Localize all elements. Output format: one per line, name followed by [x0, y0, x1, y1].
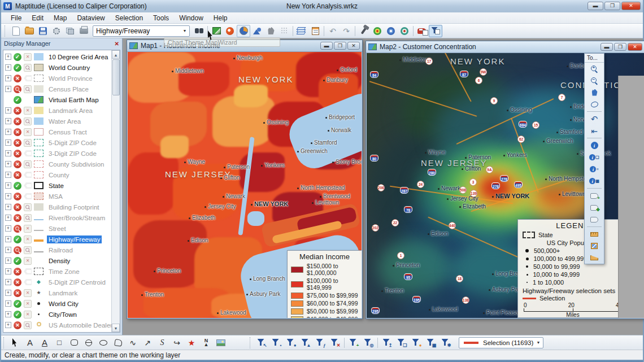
layer-row-3-digit-zip-code[interactable]: +3-Digit ZIP Code	[3, 148, 111, 159]
chevron-down-icon[interactable]: ▼	[534, 338, 543, 348]
layer-row-msa[interactable]: +MSA	[3, 191, 111, 202]
layer-action-icon[interactable]	[24, 203, 32, 211]
duplicate-workspace-icon[interactable]	[63, 25, 77, 37]
scrollbar[interactable]: ▲ ▼	[111, 50, 120, 332]
visibility-off-icon[interactable]	[14, 107, 21, 115]
selection-copy-tool[interactable]: ❏	[394, 337, 409, 349]
layer-row-virtual-earth-map[interactable]: Virtual Earth Map	[3, 94, 111, 105]
layer-row-census-tract[interactable]: +Census Tract	[3, 127, 111, 137]
visibility-on-icon[interactable]	[14, 235, 21, 243]
visibility-on-icon[interactable]	[14, 182, 21, 190]
expand-icon[interactable]: +	[5, 247, 11, 253]
label-tool[interactable]: A	[37, 337, 52, 349]
layer-action-icon[interactable]	[24, 117, 32, 125]
expand-icon[interactable]: +	[5, 193, 11, 199]
expand-icon[interactable]: +	[5, 54, 11, 60]
expand-icon[interactable]: +	[5, 204, 11, 210]
visibility-off-icon[interactable]	[14, 214, 21, 222]
expand-icon[interactable]: +	[5, 118, 11, 124]
layer-action-icon[interactable]	[24, 225, 32, 233]
measure-size-icon[interactable]	[585, 240, 604, 252]
expand-icon[interactable]: +	[5, 64, 11, 71]
visibility-on-icon[interactable]	[14, 53, 21, 61]
layer-row-census-place[interactable]: +Census Place	[3, 84, 111, 94]
visibility-on-icon[interactable]	[14, 257, 21, 265]
scroll-down-icon[interactable]: ▼	[112, 324, 120, 332]
layer-row-time-zone[interactable]: +Time Zone	[3, 266, 111, 277]
layer-action-icon[interactable]	[24, 268, 32, 276]
select-zoom-tool[interactable]: ◎	[361, 337, 376, 349]
info-multiple-icon[interactable]: i❏	[585, 151, 604, 163]
curved-arrow-tool[interactable]: ↪	[169, 337, 184, 349]
layer-action-icon[interactable]	[24, 107, 32, 115]
line-arrow-tool[interactable]: ↗	[140, 337, 155, 349]
annotation-add-icon[interactable]: +	[585, 190, 604, 202]
layer-action-icon[interactable]	[24, 171, 32, 179]
expand-icon[interactable]: +	[5, 279, 11, 285]
expand-icon[interactable]: +	[5, 182, 11, 189]
map1-restore-button[interactable]: ❐	[334, 42, 346, 50]
menu-edit[interactable]: Edit	[27, 13, 49, 23]
expand-icon[interactable]: +	[5, 225, 11, 232]
map2-restore-button[interactable]: ❐	[614, 43, 626, 51]
layer-row-railroad[interactable]: +Railroad	[3, 245, 111, 255]
visibility-off-icon[interactable]	[14, 193, 21, 200]
autoscale-icon[interactable]	[14, 246, 21, 254]
print-icon[interactable]	[77, 25, 90, 37]
expand-icon[interactable]: +	[5, 86, 11, 92]
previous-scale-icon[interactable]: ↶	[585, 113, 604, 125]
layer-action-icon[interactable]	[24, 278, 32, 286]
restore-button[interactable]: ❐	[604, 2, 620, 10]
open-folder-icon[interactable]	[23, 25, 36, 37]
selection-color-tool[interactable]: ●	[409, 337, 424, 349]
expand-icon[interactable]: +	[5, 129, 11, 135]
layer-row-world-province[interactable]: +World Province	[3, 73, 111, 84]
close-button[interactable]: ✕	[621, 2, 641, 10]
menu-selection[interactable]: Selection	[110, 13, 148, 23]
measure-distance-icon[interactable]	[585, 228, 604, 240]
select-by-pointing-tool[interactable]: ↖	[254, 337, 269, 349]
expand-icon[interactable]: +	[5, 258, 11, 264]
rounded-rectangle-tool[interactable]	[67, 337, 81, 349]
north-arrow-tool[interactable]: N▲	[199, 337, 214, 349]
expand-icon[interactable]: +	[5, 322, 11, 328]
color-theme-icon[interactable]	[223, 25, 237, 37]
selection-table-tool[interactable]: ▦	[424, 337, 438, 349]
buffer-rings-icon[interactable]	[384, 25, 398, 37]
map1-window[interactable]: Map1 - Household Income ▬ ❐ ✕ NewburghMi…	[127, 40, 363, 319]
map-layers-icon[interactable]	[295, 25, 308, 37]
star-tool[interactable]: ★	[184, 337, 199, 349]
visibility-off-icon[interactable]	[14, 150, 21, 158]
rectangle-tool[interactable]: □	[52, 337, 67, 349]
measure-angle-icon[interactable]	[585, 252, 604, 264]
expand-icon[interactable]: +	[5, 139, 11, 146]
find-icon[interactable]	[192, 25, 206, 37]
select-add-tool[interactable]: +	[346, 337, 361, 349]
scroll-thumb[interactable]	[112, 59, 120, 95]
select-by-circle-tool[interactable]: ●	[284, 337, 298, 349]
expand-icon[interactable]: +	[5, 215, 11, 221]
text-tool[interactable]: A	[23, 337, 37, 349]
selection-to-view-tool[interactable]: ↥	[380, 337, 394, 349]
visibility-off-icon[interactable]	[14, 117, 21, 125]
visibility-off-icon[interactable]	[14, 128, 21, 136]
annotation-move-icon[interactable]: ✥	[585, 202, 604, 213]
expand-icon[interactable]: +	[5, 268, 11, 274]
pushpin-icon[interactable]	[357, 25, 371, 37]
layer-action-icon[interactable]	[24, 139, 32, 147]
menu-file[interactable]: File	[6, 13, 27, 23]
settings-icon[interactable]	[50, 25, 63, 37]
map2-minimize-button[interactable]: ▬	[601, 43, 613, 51]
selection-settings-tool[interactable]: ✱	[438, 337, 453, 349]
info-layers-icon[interactable]: i≡	[585, 163, 604, 175]
legend-icon[interactable]	[308, 25, 322, 37]
layer-row-5-digit-zip-code[interactable]: +5-Digit ZIP Code	[3, 137, 111, 148]
visibility-on-icon[interactable]	[14, 311, 21, 319]
visibility-off-icon[interactable]	[14, 203, 21, 211]
map2-close-button[interactable]: ✕	[628, 43, 642, 51]
expand-icon[interactable]: +	[5, 161, 11, 167]
expand-icon[interactable]: +	[5, 236, 11, 242]
zoom-shape-icon[interactable]	[585, 98, 604, 110]
autoscale-icon[interactable]	[14, 85, 21, 93]
layer-action-icon[interactable]	[24, 182, 32, 190]
